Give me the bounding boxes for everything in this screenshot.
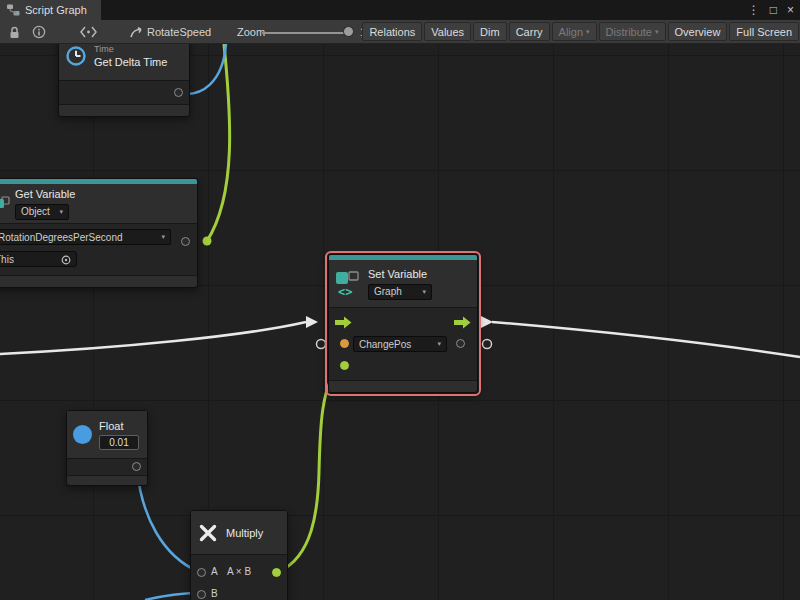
node-set-variable[interactable]: <> Set Variable Graph ▾ — [328, 254, 478, 393]
node-footer — [329, 380, 477, 392]
values-button[interactable]: Values — [424, 22, 471, 41]
carry-button[interactable]: Carry — [509, 22, 550, 41]
node-footer — [59, 104, 189, 116]
node-footer — [67, 475, 147, 485]
input-b-label: B — [211, 588, 218, 599]
node-header: Get Variable Object ▾ — [0, 184, 197, 224]
node-get-variable[interactable]: Get Variable Object ▾ RotationDegreesPer… — [0, 178, 198, 288]
zoom-slider-track[interactable] — [262, 32, 350, 34]
control-output-port[interactable] — [454, 316, 471, 329]
node-ports: ChangePos ▾ — [329, 308, 477, 380]
zoom-label: Zoom — [237, 26, 265, 38]
maximize-icon[interactable]: □ — [770, 4, 777, 16]
node-header: <> Set Variable Graph ▾ — [329, 260, 477, 308]
variable-scope-dropdown[interactable]: Object ▾ — [15, 204, 69, 220]
info-icon[interactable] — [32, 25, 46, 39]
control-in-arrowhead-icon — [306, 316, 318, 328]
panel-menu-icon[interactable]: ⋮ — [748, 4, 760, 16]
panel-window-controls: ⋮ □ × — [748, 0, 794, 20]
node-ports — [67, 459, 147, 475]
node-header: Multiply — [191, 511, 287, 555]
tab-bar: Script Graph ⋮ □ × — [0, 0, 800, 20]
dropdown-caret-icon: ▾ — [422, 288, 426, 296]
node-title: Get Variable — [15, 188, 75, 200]
node-category: Time — [94, 44, 167, 54]
script-graph-window: Script Graph ⋮ □ × RotateSpeed Zoom — [0, 0, 800, 600]
variable-value-output-port[interactable] — [181, 237, 190, 246]
variable-scope-dropdown[interactable]: Graph ▾ — [368, 284, 432, 300]
float-value-input[interactable] — [99, 435, 139, 450]
variable-icon — [0, 196, 10, 212]
multiply-input-b-port[interactable] — [197, 590, 206, 599]
node-float[interactable]: Float — [66, 410, 148, 486]
variable-name-dropdown[interactable]: RotationDegreesPerSecond ▾ — [0, 229, 171, 245]
node-title: Float — [99, 420, 139, 432]
delta-time-output-port[interactable] — [174, 88, 183, 97]
node-header: Float — [67, 411, 147, 459]
graph-name-breadcrumb[interactable]: RotateSpeed — [147, 26, 211, 38]
full-screen-button[interactable]: Full Screen — [729, 22, 799, 41]
lock-icon[interactable] — [8, 25, 21, 39]
close-icon[interactable]: × — [787, 4, 794, 16]
node-multiply[interactable]: Multiply A A × B B — [190, 510, 288, 600]
port-ring-left — [317, 340, 326, 349]
graph-canvas[interactable]: Time Get Delta Time Get Variable — [0, 44, 800, 600]
overview-button[interactable]: Overview — [668, 22, 728, 41]
relations-button[interactable]: Relations — [362, 22, 422, 41]
control-out-arrowhead-icon — [481, 316, 493, 328]
node-header: Time Get Delta Time — [59, 44, 189, 81]
distribute-button[interactable]: Distribute▾ — [599, 22, 666, 41]
svg-text:<>: <> — [338, 285, 352, 297]
node-ports: RotationDegreesPerSecond ▾ This — [0, 224, 197, 275]
distribute-caret-icon: ▾ — [655, 28, 659, 36]
dim-button[interactable]: Dim — [473, 22, 507, 41]
node-ports — [59, 81, 189, 104]
object-picker-icon[interactable] — [61, 255, 71, 265]
multiply-output-port[interactable] — [272, 568, 281, 577]
wire-control-out — [492, 322, 800, 357]
align-button[interactable]: Align▾ — [552, 22, 597, 41]
clock-icon — [65, 45, 87, 67]
node-footer — [0, 275, 197, 287]
value-input-port[interactable] — [340, 361, 349, 370]
dropdown-caret-icon: ▾ — [437, 340, 441, 348]
graph-breadcrumb-icon — [129, 25, 143, 39]
wire-green-endpoint — [203, 237, 212, 246]
port-ring-right — [483, 340, 492, 349]
wire-multiply-to-set-variable — [280, 366, 341, 571]
variable-name-dropdown[interactable]: ChangePos ▾ — [353, 336, 447, 352]
align-caret-icon: ▾ — [586, 28, 590, 36]
zoom-slider-knob[interactable] — [343, 26, 354, 37]
code-connections-icon[interactable] — [80, 26, 97, 38]
dropdown-caret-icon: ▾ — [161, 233, 165, 241]
toolbar-buttons: Relations Values Dim Carry Align▾ Distri… — [362, 22, 799, 41]
tab-label: Script Graph — [25, 4, 87, 16]
node-title: Get Delta Time — [94, 56, 167, 68]
tab-script-graph[interactable]: Script Graph — [0, 0, 101, 20]
float-output-port[interactable] — [132, 462, 141, 471]
graph-variable-icon: <> — [335, 271, 361, 297]
multiply-icon — [197, 522, 219, 544]
node-title: Multiply — [226, 527, 263, 539]
graph-toolbar: RotateSpeed Zoom 1x Relations Values Dim… — [0, 20, 800, 44]
node-ports: A A × B B — [191, 555, 287, 600]
dropdown-caret-icon: ▾ — [59, 208, 63, 216]
value-output-port[interactable] — [456, 339, 465, 348]
target-object-field[interactable]: This — [0, 251, 77, 267]
wire-control-in — [0, 322, 306, 354]
node-title: Set Variable — [368, 268, 432, 280]
script-graph-tab-icon — [6, 3, 20, 17]
variable-name-port[interactable] — [340, 339, 349, 348]
node-get-delta-time[interactable]: Time Get Delta Time — [58, 44, 190, 117]
control-input-port[interactable] — [335, 316, 352, 329]
float-type-icon — [73, 425, 92, 444]
